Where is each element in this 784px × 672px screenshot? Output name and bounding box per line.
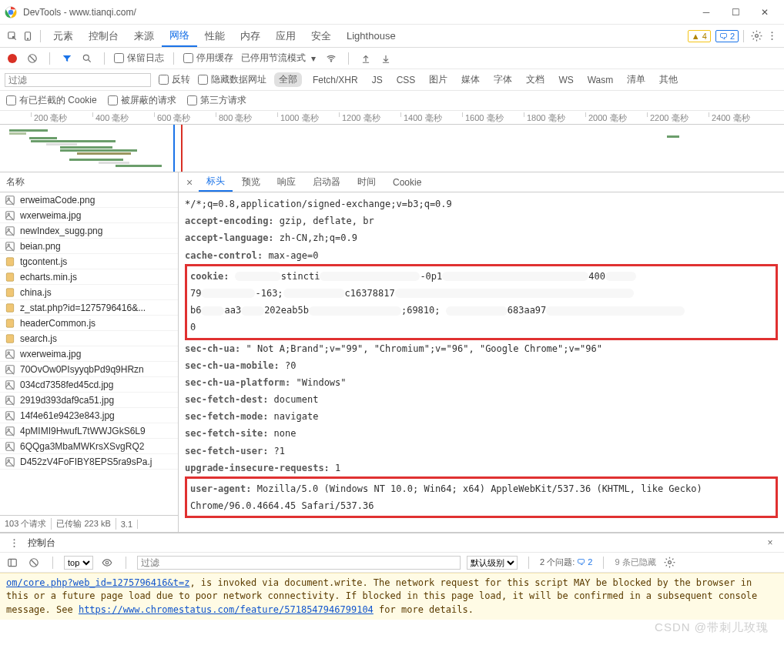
separator: [173, 52, 174, 65]
console-link-2[interactable]: https://www.chromestatus.com/feature/571…: [79, 604, 374, 615]
filter-icon[interactable]: [59, 50, 75, 67]
headers-body[interactable]: */*;q=0.8,application/signed-exchange;v=…: [179, 192, 784, 532]
request-row[interactable]: 4pMIMI9HwufL7tWWJGkS6L9: [0, 423, 178, 439]
request-row[interactable]: 2919d393daf9ca51.jpg: [0, 393, 178, 408]
header-accept-tail: */*;q=0.8,application/signed-exchange;v=…: [185, 196, 778, 212]
filter-media[interactable]: 媒体: [458, 72, 483, 88]
timeline-tick: 2000 毫秒: [585, 112, 627, 117]
tab-security[interactable]: 安全: [303, 25, 339, 47]
maximize-button[interactable]: ☐: [721, 2, 750, 23]
hidden-count[interactable]: 9 条已隐藏: [615, 557, 655, 568]
timeline-overview[interactable]: 200 毫秒400 毫秒600 毫秒800 毫秒1000 毫秒1200 毫秒14…: [0, 111, 784, 172]
request-row[interactable]: tgcontent.js: [0, 254, 178, 269]
request-row[interactable]: wxerweima.jpg: [0, 208, 178, 223]
request-row[interactable]: newIndex_sugg.png: [0, 223, 178, 239]
context-select[interactable]: top: [64, 556, 93, 570]
tab-lighthouse[interactable]: Lighthouse: [339, 25, 404, 47]
console-settings-icon[interactable]: [662, 554, 678, 571]
request-row[interactable]: beian.png: [0, 239, 178, 254]
inspect-icon[interactable]: [5, 28, 20, 45]
minimize-button[interactable]: ─: [692, 2, 721, 23]
tab-response[interactable]: 响应: [270, 172, 303, 192]
request-row[interactable]: search.js: [0, 331, 178, 346]
console-clear-icon[interactable]: [26, 554, 42, 571]
blocked-cookies-checkbox[interactable]: 有已拦截的 Cookie: [6, 94, 97, 107]
throttling-select[interactable]: 已停用节流模式 ▾: [238, 51, 319, 65]
tab-network[interactable]: 网络: [162, 25, 197, 47]
more-icon[interactable]: [764, 28, 779, 45]
close-detail-icon[interactable]: ×: [182, 176, 197, 189]
separator: [603, 557, 604, 569]
eye-icon[interactable]: [99, 554, 115, 571]
request-list-header[interactable]: 名称: [0, 172, 178, 192]
tab-headers[interactable]: 标头: [199, 172, 233, 192]
log-level-select[interactable]: 默认级别: [467, 556, 518, 570]
request-row[interactable]: china.js: [0, 285, 178, 300]
filter-img[interactable]: 图片: [426, 72, 451, 88]
request-row[interactable]: 034cd7358fed45cd.jpg: [0, 377, 178, 393]
request-row[interactable]: D452zV4FoFIBY8EPS5ra9sPa.j: [0, 454, 178, 470]
device-icon[interactable]: [20, 28, 35, 45]
close-button[interactable]: ✕: [750, 2, 779, 23]
svg-point-10: [83, 55, 89, 60]
filter-fetchxhr[interactable]: Fetch/XHR: [310, 73, 361, 87]
issues-label[interactable]: 2 个问题: 🗨 2: [540, 557, 592, 568]
user-agent-highlight-box: user-agent: Mozilla/5.0 (Windows NT 10.0…: [185, 476, 778, 518]
request-list[interactable]: erweimaCode.pngwxerweima.jpgnewIndex_sug…: [0, 192, 178, 515]
invert-checkbox[interactable]: 反转: [159, 73, 190, 86]
settings-icon[interactable]: [749, 28, 764, 45]
tab-application[interactable]: 应用: [268, 25, 303, 47]
clear-button[interactable]: [25, 50, 40, 67]
filter-input[interactable]: [5, 73, 151, 87]
upload-har-icon[interactable]: [358, 50, 374, 67]
request-row[interactable]: 70OvOw0PIsyyqbPd9q9HRzn: [0, 362, 178, 377]
request-row[interactable]: wxerweima.jpg: [0, 346, 178, 362]
window-title: DevTools - www.tianqi.com/: [23, 7, 692, 18]
disable-cache-checkbox[interactable]: 停用缓存: [183, 52, 233, 65]
tab-timing[interactable]: 时间: [350, 172, 384, 192]
console-more-icon[interactable]: [6, 534, 22, 551]
wifi-icon[interactable]: [323, 50, 339, 67]
filter-all[interactable]: 全部: [274, 72, 302, 87]
tab-cookies[interactable]: Cookie: [385, 172, 429, 192]
request-row[interactable]: echarts.min.js: [0, 269, 178, 285]
svg-point-43: [13, 542, 15, 543]
tab-sources[interactable]: 来源: [126, 25, 162, 47]
request-row[interactable]: 14f4e61e9423e843.jpg: [0, 408, 178, 423]
tab-elements[interactable]: 元素: [45, 25, 81, 47]
request-row[interactable]: z_stat.php?id=1275796416&...: [0, 300, 178, 316]
filter-wasm[interactable]: Wasm: [585, 73, 617, 87]
console-sidebar-icon[interactable]: [5, 554, 20, 571]
request-row[interactable]: 6QQga3MbaMWKrsXSvgRQ2: [0, 439, 178, 454]
filter-manifest[interactable]: 清单: [624, 72, 648, 88]
filter-js[interactable]: JS: [369, 73, 386, 87]
request-row[interactable]: erweimaCode.png: [0, 192, 178, 208]
tab-memory[interactable]: 内存: [233, 25, 268, 47]
preserve-log-checkbox[interactable]: 保留日志: [114, 52, 164, 65]
filter-ws[interactable]: WS: [555, 73, 576, 87]
filter-other[interactable]: 其他: [656, 72, 681, 88]
hide-data-urls-checkbox[interactable]: 隐藏数据网址: [198, 73, 266, 86]
tab-preview[interactable]: 预览: [234, 172, 268, 192]
console-link-1[interactable]: om/core.php?web_id=1275796416&t=z: [6, 577, 189, 588]
thirdparty-checkbox[interactable]: 第三方请求: [187, 94, 246, 107]
tab-performance[interactable]: 性能: [197, 25, 233, 47]
svg-rect-38: [6, 442, 15, 450]
messages-badge[interactable]: 🗨 2: [715, 30, 739, 42]
request-row[interactable]: headerCommon.js: [0, 316, 178, 331]
console-filter-input[interactable]: [137, 556, 461, 570]
hidden-requests-checkbox[interactable]: 被屏蔽的请求: [108, 94, 176, 107]
console-close-icon[interactable]: ×: [762, 534, 778, 551]
search-icon[interactable]: [79, 50, 95, 67]
tab-console[interactable]: 控制台: [81, 25, 126, 47]
record-button[interactable]: [5, 50, 20, 67]
filter-font[interactable]: 字体: [491, 72, 515, 88]
warnings-badge[interactable]: ▲ 4: [688, 30, 711, 42]
separator: [528, 557, 529, 569]
tab-initiator[interactable]: 启动器: [305, 172, 348, 192]
download-har-icon[interactable]: [378, 50, 394, 67]
file-name: echarts.min.js: [20, 272, 77, 283]
filter-doc[interactable]: 文档: [523, 72, 548, 88]
file-icon: [5, 287, 15, 298]
filter-css[interactable]: CSS: [394, 73, 419, 87]
